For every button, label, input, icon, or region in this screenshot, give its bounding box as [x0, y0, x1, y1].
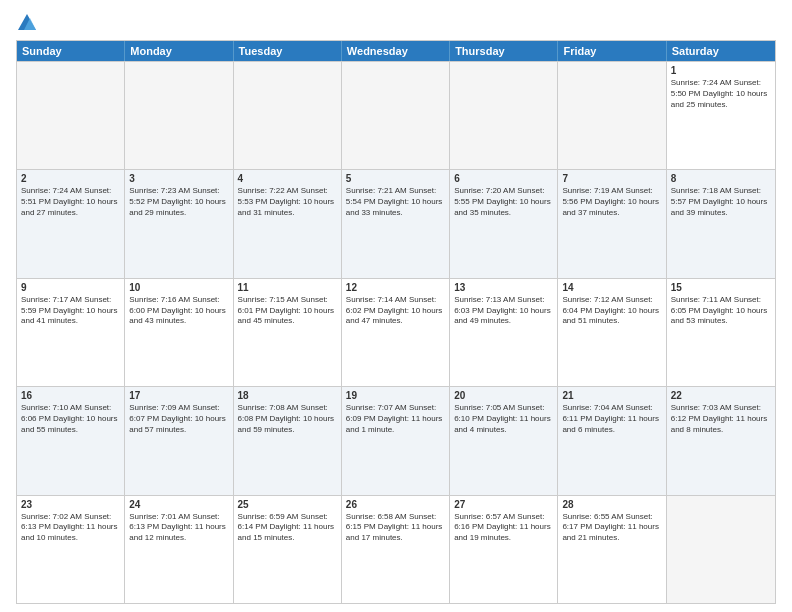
day-cell-21: 21Sunrise: 7:04 AM Sunset: 6:11 PM Dayli…	[558, 387, 666, 494]
day-cell-7: 7Sunrise: 7:19 AM Sunset: 5:56 PM Daylig…	[558, 170, 666, 277]
day-info: Sunrise: 7:11 AM Sunset: 6:05 PM Dayligh…	[671, 295, 771, 327]
day-cell-19: 19Sunrise: 7:07 AM Sunset: 6:09 PM Dayli…	[342, 387, 450, 494]
day-number: 10	[129, 282, 228, 293]
empty-cell-0-5	[558, 62, 666, 169]
day-cell-20: 20Sunrise: 7:05 AM Sunset: 6:10 PM Dayli…	[450, 387, 558, 494]
day-cell-25: 25Sunrise: 6:59 AM Sunset: 6:14 PM Dayli…	[234, 496, 342, 603]
day-cell-27: 27Sunrise: 6:57 AM Sunset: 6:16 PM Dayli…	[450, 496, 558, 603]
day-cell-6: 6Sunrise: 7:20 AM Sunset: 5:55 PM Daylig…	[450, 170, 558, 277]
empty-cell-0-1	[125, 62, 233, 169]
calendar-row-1: 2Sunrise: 7:24 AM Sunset: 5:51 PM Daylig…	[17, 169, 775, 277]
day-cell-14: 14Sunrise: 7:12 AM Sunset: 6:04 PM Dayli…	[558, 279, 666, 386]
calendar-row-3: 16Sunrise: 7:10 AM Sunset: 6:06 PM Dayli…	[17, 386, 775, 494]
day-cell-22: 22Sunrise: 7:03 AM Sunset: 6:12 PM Dayli…	[667, 387, 775, 494]
day-info: Sunrise: 7:16 AM Sunset: 6:00 PM Dayligh…	[129, 295, 228, 327]
header-day-saturday: Saturday	[667, 41, 775, 61]
day-cell-28: 28Sunrise: 6:55 AM Sunset: 6:17 PM Dayli…	[558, 496, 666, 603]
day-cell-5: 5Sunrise: 7:21 AM Sunset: 5:54 PM Daylig…	[342, 170, 450, 277]
day-cell-12: 12Sunrise: 7:14 AM Sunset: 6:02 PM Dayli…	[342, 279, 450, 386]
day-info: Sunrise: 7:14 AM Sunset: 6:02 PM Dayligh…	[346, 295, 445, 327]
day-info: Sunrise: 6:58 AM Sunset: 6:15 PM Dayligh…	[346, 512, 445, 544]
day-number: 23	[21, 499, 120, 510]
day-info: Sunrise: 6:57 AM Sunset: 6:16 PM Dayligh…	[454, 512, 553, 544]
logo	[16, 12, 42, 34]
day-cell-3: 3Sunrise: 7:23 AM Sunset: 5:52 PM Daylig…	[125, 170, 233, 277]
day-number: 14	[562, 282, 661, 293]
day-number: 28	[562, 499, 661, 510]
day-cell-23: 23Sunrise: 7:02 AM Sunset: 6:13 PM Dayli…	[17, 496, 125, 603]
day-info: Sunrise: 7:23 AM Sunset: 5:52 PM Dayligh…	[129, 186, 228, 218]
day-number: 20	[454, 390, 553, 401]
header-day-sunday: Sunday	[17, 41, 125, 61]
day-number: 7	[562, 173, 661, 184]
day-number: 5	[346, 173, 445, 184]
day-info: Sunrise: 7:03 AM Sunset: 6:12 PM Dayligh…	[671, 403, 771, 435]
day-cell-24: 24Sunrise: 7:01 AM Sunset: 6:13 PM Dayli…	[125, 496, 233, 603]
day-cell-11: 11Sunrise: 7:15 AM Sunset: 6:01 PM Dayli…	[234, 279, 342, 386]
day-info: Sunrise: 7:22 AM Sunset: 5:53 PM Dayligh…	[238, 186, 337, 218]
day-number: 21	[562, 390, 661, 401]
calendar: SundayMondayTuesdayWednesdayThursdayFrid…	[16, 40, 776, 604]
day-number: 6	[454, 173, 553, 184]
calendar-header: SundayMondayTuesdayWednesdayThursdayFrid…	[17, 41, 775, 61]
day-info: Sunrise: 7:20 AM Sunset: 5:55 PM Dayligh…	[454, 186, 553, 218]
day-cell-8: 8Sunrise: 7:18 AM Sunset: 5:57 PM Daylig…	[667, 170, 775, 277]
day-number: 17	[129, 390, 228, 401]
calendar-row-4: 23Sunrise: 7:02 AM Sunset: 6:13 PM Dayli…	[17, 495, 775, 603]
day-cell-1: 1Sunrise: 7:24 AM Sunset: 5:50 PM Daylig…	[667, 62, 775, 169]
day-info: Sunrise: 7:15 AM Sunset: 6:01 PM Dayligh…	[238, 295, 337, 327]
day-cell-16: 16Sunrise: 7:10 AM Sunset: 6:06 PM Dayli…	[17, 387, 125, 494]
day-cell-2: 2Sunrise: 7:24 AM Sunset: 5:51 PM Daylig…	[17, 170, 125, 277]
day-number: 2	[21, 173, 120, 184]
day-info: Sunrise: 7:08 AM Sunset: 6:08 PM Dayligh…	[238, 403, 337, 435]
day-info: Sunrise: 7:12 AM Sunset: 6:04 PM Dayligh…	[562, 295, 661, 327]
day-info: Sunrise: 7:01 AM Sunset: 6:13 PM Dayligh…	[129, 512, 228, 544]
day-info: Sunrise: 7:09 AM Sunset: 6:07 PM Dayligh…	[129, 403, 228, 435]
day-cell-9: 9Sunrise: 7:17 AM Sunset: 5:59 PM Daylig…	[17, 279, 125, 386]
header-day-monday: Monday	[125, 41, 233, 61]
day-number: 8	[671, 173, 771, 184]
header-day-friday: Friday	[558, 41, 666, 61]
header-day-thursday: Thursday	[450, 41, 558, 61]
day-info: Sunrise: 7:18 AM Sunset: 5:57 PM Dayligh…	[671, 186, 771, 218]
day-info: Sunrise: 7:24 AM Sunset: 5:51 PM Dayligh…	[21, 186, 120, 218]
day-cell-13: 13Sunrise: 7:13 AM Sunset: 6:03 PM Dayli…	[450, 279, 558, 386]
page-header	[16, 12, 776, 34]
empty-cell-4-6	[667, 496, 775, 603]
day-number: 18	[238, 390, 337, 401]
day-number: 13	[454, 282, 553, 293]
calendar-row-2: 9Sunrise: 7:17 AM Sunset: 5:59 PM Daylig…	[17, 278, 775, 386]
day-info: Sunrise: 7:10 AM Sunset: 6:06 PM Dayligh…	[21, 403, 120, 435]
day-number: 1	[671, 65, 771, 76]
day-number: 25	[238, 499, 337, 510]
logo-icon	[16, 12, 38, 34]
empty-cell-0-4	[450, 62, 558, 169]
day-cell-26: 26Sunrise: 6:58 AM Sunset: 6:15 PM Dayli…	[342, 496, 450, 603]
calendar-body: 1Sunrise: 7:24 AM Sunset: 5:50 PM Daylig…	[17, 61, 775, 603]
empty-cell-0-2	[234, 62, 342, 169]
day-info: Sunrise: 7:24 AM Sunset: 5:50 PM Dayligh…	[671, 78, 771, 110]
day-info: Sunrise: 7:19 AM Sunset: 5:56 PM Dayligh…	[562, 186, 661, 218]
day-cell-18: 18Sunrise: 7:08 AM Sunset: 6:08 PM Dayli…	[234, 387, 342, 494]
day-cell-4: 4Sunrise: 7:22 AM Sunset: 5:53 PM Daylig…	[234, 170, 342, 277]
day-number: 11	[238, 282, 337, 293]
day-info: Sunrise: 7:21 AM Sunset: 5:54 PM Dayligh…	[346, 186, 445, 218]
day-number: 12	[346, 282, 445, 293]
day-info: Sunrise: 7:05 AM Sunset: 6:10 PM Dayligh…	[454, 403, 553, 435]
day-number: 24	[129, 499, 228, 510]
day-number: 26	[346, 499, 445, 510]
day-number: 15	[671, 282, 771, 293]
day-info: Sunrise: 7:04 AM Sunset: 6:11 PM Dayligh…	[562, 403, 661, 435]
day-info: Sunrise: 6:55 AM Sunset: 6:17 PM Dayligh…	[562, 512, 661, 544]
day-info: Sunrise: 7:02 AM Sunset: 6:13 PM Dayligh…	[21, 512, 120, 544]
calendar-row-0: 1Sunrise: 7:24 AM Sunset: 5:50 PM Daylig…	[17, 61, 775, 169]
header-day-wednesday: Wednesday	[342, 41, 450, 61]
day-number: 4	[238, 173, 337, 184]
day-number: 16	[21, 390, 120, 401]
day-number: 27	[454, 499, 553, 510]
day-number: 9	[21, 282, 120, 293]
day-cell-10: 10Sunrise: 7:16 AM Sunset: 6:00 PM Dayli…	[125, 279, 233, 386]
day-number: 19	[346, 390, 445, 401]
day-number: 22	[671, 390, 771, 401]
empty-cell-0-0	[17, 62, 125, 169]
